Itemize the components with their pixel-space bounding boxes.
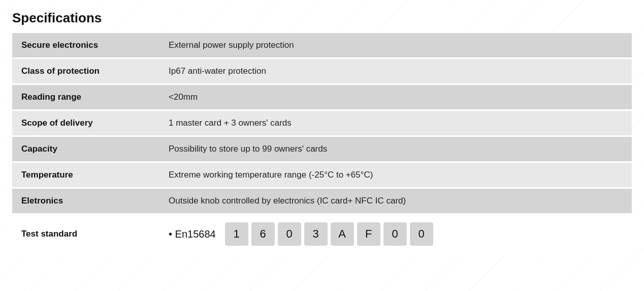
spec-value-class-of-protection: Ip67 anti-water protection bbox=[159, 59, 632, 84]
spec-row-class-of-protection: Class of protectionIp67 anti-water prote… bbox=[12, 59, 632, 84]
test-standard-value-cell: • En15684 1603AF00 bbox=[159, 213, 632, 255]
spec-row-electronics: EletronicsOutside knob controlled by ele… bbox=[12, 188, 632, 214]
spec-row-capacity: CapacityPossibility to store up to 99 ow… bbox=[12, 136, 632, 162]
spec-label-temperature: Temperature bbox=[12, 162, 159, 188]
spec-row-temperature: TemperatureExtreme working temperature r… bbox=[12, 162, 632, 188]
test-code-box-4: A bbox=[331, 222, 354, 246]
test-code-box-2: 0 bbox=[278, 222, 301, 246]
spec-value-secure-electronics: External power supply protection bbox=[159, 33, 632, 59]
spec-row-scope-of-delivery: Scope of delivery1 master card + 3 owner… bbox=[12, 110, 632, 136]
page-title: Specifications bbox=[12, 10, 632, 26]
spec-label-electronics: Eletronics bbox=[12, 188, 159, 214]
test-codes-container: 1603AF00 bbox=[225, 222, 433, 246]
specs-table: Secure electronicsExternal power supply … bbox=[12, 33, 632, 255]
spec-row-reading-range: Reading range<20mm bbox=[12, 84, 632, 110]
spec-value-electronics: Outside knob controlled by electronics (… bbox=[159, 188, 632, 214]
test-standard-row: Test standard • En15684 1603AF00 bbox=[12, 213, 632, 255]
spec-label-secure-electronics: Secure electronics bbox=[12, 33, 159, 59]
test-code-box-5: F bbox=[357, 222, 380, 246]
spec-row-secure-electronics: Secure electronicsExternal power supply … bbox=[12, 33, 632, 59]
test-standard-value: • En15684 1603AF00 bbox=[169, 222, 623, 246]
test-code-box-1: 6 bbox=[251, 222, 275, 246]
spec-value-reading-range: <20mm bbox=[159, 84, 632, 110]
spec-label-reading-range: Reading range bbox=[12, 84, 159, 110]
spec-value-temperature: Extreme working temperature range (-25°C… bbox=[159, 162, 632, 188]
test-code-box-0: 1 bbox=[225, 222, 248, 246]
test-code-box-7: 0 bbox=[410, 222, 433, 246]
test-standard-label: Test standard bbox=[12, 213, 159, 255]
spec-value-capacity: Possibility to store up to 99 owners' ca… bbox=[159, 136, 632, 162]
spec-label-class-of-protection: Class of protection bbox=[12, 59, 159, 84]
test-code-box-6: 0 bbox=[383, 222, 407, 246]
spec-label-scope-of-delivery: Scope of delivery bbox=[12, 110, 159, 136]
spec-label-capacity: Capacity bbox=[12, 136, 159, 162]
spec-value-scope-of-delivery: 1 master card + 3 owners' cards bbox=[159, 110, 632, 136]
test-standard-prefix: • En15684 bbox=[169, 228, 216, 240]
test-code-box-3: 3 bbox=[304, 222, 328, 246]
